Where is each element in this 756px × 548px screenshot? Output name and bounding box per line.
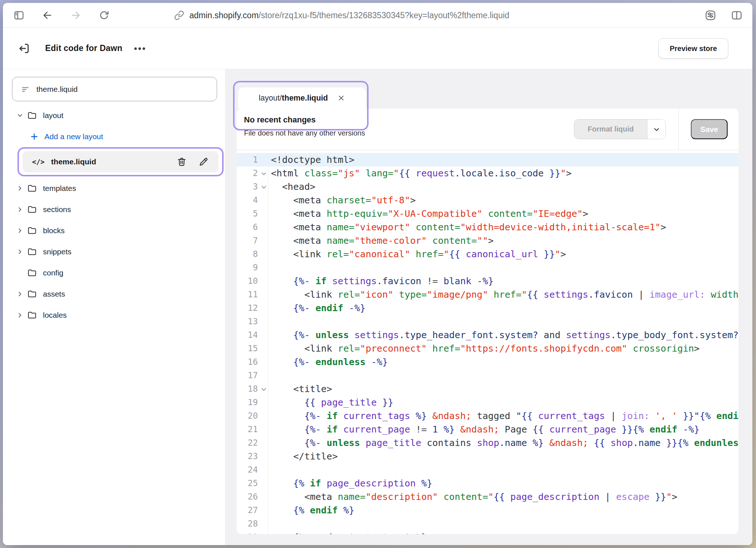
editor-header: No recent changes File does not have any… (237, 109, 739, 150)
pencil-icon[interactable] (198, 156, 209, 167)
line-number: 6 (237, 220, 268, 234)
more-actions-button[interactable]: ••• (134, 43, 146, 54)
back-icon[interactable] (42, 9, 53, 21)
code-line[interactable]: 3 <head> (237, 180, 739, 193)
folder-label: assets (43, 290, 65, 298)
folder-label: blocks (43, 226, 65, 235)
sidebar-item-blocks[interactable]: blocks (3, 220, 225, 241)
file-search[interactable] (12, 77, 217, 101)
fold-chevron-icon[interactable] (261, 184, 266, 189)
code-line[interactable]: 9 (237, 261, 739, 274)
folder-icon (27, 110, 37, 121)
chevron-right-icon[interactable] (16, 184, 27, 192)
tab-layout-theme-liquid[interactable]: layout/theme.liquid (238, 87, 366, 109)
code-line-text (268, 463, 271, 477)
line-number: 2 (237, 167, 268, 180)
trash-icon[interactable] (176, 156, 187, 167)
sidebar-item-sections[interactable]: sections (3, 199, 225, 220)
code-line[interactable]: 17 (237, 369, 739, 382)
code-line[interactable]: 6 <meta name="viewport" content="width=d… (237, 220, 739, 234)
code-line[interactable]: 29 {% render 'meta-tags' %} (237, 531, 739, 534)
code-line[interactable]: 2<html class="js" lang="{{ request.local… (237, 167, 739, 180)
format-liquid-button[interactable]: Format liquid (574, 119, 666, 139)
line-number: 11 (237, 288, 268, 301)
link-icon (174, 10, 184, 20)
search-input[interactable] (36, 85, 193, 94)
header-divider (678, 109, 679, 150)
line-number: 3 (237, 180, 268, 193)
page-settings-icon[interactable] (704, 9, 717, 21)
code-line[interactable]: 22 {%- unless page_title contains shop.n… (237, 436, 739, 450)
sidebar-item-locales[interactable]: locales (3, 305, 225, 326)
code-line-text: <meta http-equiv="X-UA-Compatible" conte… (268, 207, 588, 220)
tab-strip: layout/theme.liquid (237, 69, 752, 109)
split-view-icon[interactable] (731, 9, 743, 21)
code-line-text: <html class="js" lang="{{ request.locale… (268, 167, 572, 180)
code-line[interactable]: 5 <meta http-equiv="X-UA-Compatible" con… (237, 207, 739, 220)
line-number: 17 (237, 369, 268, 382)
add-new-layout-button[interactable]: Add a new layout (3, 126, 225, 147)
preview-store-button[interactable]: Preview store (658, 38, 728, 59)
code-line[interactable]: 20 {%- if current_tags %} &ndash; tagged… (237, 409, 739, 423)
format-options-toggle[interactable] (647, 120, 665, 139)
line-number: 25 (237, 477, 268, 490)
code-line[interactable]: 25 {% if page_description %} (237, 477, 739, 490)
chevron-right-icon[interactable] (16, 311, 27, 319)
code-line[interactable]: 18 <title> (237, 382, 739, 396)
line-number: 22 (237, 436, 268, 450)
code-line[interactable]: 1<!doctype html> (237, 153, 739, 167)
fold-chevron-icon[interactable] (261, 171, 266, 175)
code-line[interactable]: 26 <meta name="description" content="{{ … (237, 490, 739, 504)
code-line[interactable]: 13 (237, 315, 739, 328)
sidebar-item-snippets[interactable]: snippets (3, 241, 225, 262)
format-liquid-label[interactable]: Format liquid (574, 120, 647, 139)
folder-label: sections (43, 205, 71, 214)
url-text: admin.shopify.com/store/rzq1xu-f5/themes… (189, 11, 509, 20)
sidebar-toggle-icon[interactable] (13, 9, 25, 21)
code-line[interactable]: 7 <meta name="theme-color" content=""> (237, 234, 739, 247)
browser-toolbar: admin.shopify.com/store/rzq1xu-f5/themes… (3, 3, 752, 28)
folder-icon (27, 226, 37, 236)
code-line[interactable]: 23 </title> (237, 450, 739, 463)
line-number: 26 (237, 490, 268, 504)
code-line[interactable]: 24 (237, 463, 739, 477)
sidebar-item-layout[interactable]: layout (3, 105, 225, 126)
code-line[interactable]: 16 {%- endunless -%} (237, 355, 739, 369)
chevron-right-icon[interactable] (16, 248, 27, 256)
line-number: 1 (237, 153, 268, 167)
sidebar-file-theme-liquid[interactable]: </>theme.liquid (23, 151, 218, 172)
code-line[interactable]: 10 {%- if settings.favicon != blank -%} (237, 274, 739, 288)
code-line[interactable]: 4 <meta charset="utf-8"> (237, 193, 739, 207)
sidebar-item-templates[interactable]: templates (3, 178, 225, 199)
forward-icon[interactable] (70, 9, 82, 21)
code-editor[interactable]: 1<!doctype html>2<html class="js" lang="… (237, 150, 739, 534)
url-domain: admin.shopify.com (189, 11, 259, 20)
chevron-right-icon[interactable] (16, 290, 27, 298)
close-icon[interactable] (337, 94, 345, 102)
chevron-down-icon[interactable] (16, 111, 27, 120)
code-line-text: <head> (268, 180, 315, 193)
chevron-right-icon[interactable] (16, 206, 27, 214)
code-line-text: </title> (268, 450, 338, 463)
exit-icon[interactable] (17, 42, 31, 55)
code-line[interactable]: 12 {%- endif -%} (237, 301, 739, 315)
code-line[interactable]: 15 <link rel="preconnect" href="https://… (237, 342, 739, 355)
code-line[interactable]: 21 {%- if current_page != 1 %} &ndash; P… (237, 423, 739, 436)
code-line[interactable]: 8 <link rel="canonical" href="{{ canonic… (237, 247, 739, 261)
save-button[interactable]: Save (691, 119, 728, 139)
fold-chevron-icon[interactable] (261, 386, 266, 391)
code-line[interactable]: 27 {% endif %} (237, 504, 739, 517)
line-number: 9 (237, 261, 268, 274)
code-line[interactable]: 11 <link rel="icon" type="image/png" hre… (237, 288, 739, 301)
code-line[interactable]: 19 {{ page_title }} (237, 396, 739, 409)
code-line-text: <meta charset="utf-8"> (268, 193, 416, 207)
sidebar-item-assets[interactable]: assets (3, 283, 225, 305)
code-line-text: <!doctype html> (268, 153, 354, 167)
folder-label: snippets (43, 247, 71, 256)
address-bar[interactable]: admin.shopify.com/store/rzq1xu-f5/themes… (174, 3, 509, 28)
code-line[interactable]: 28 (237, 517, 739, 531)
code-line[interactable]: 14 {%- unless settings.type_header_font.… (237, 328, 739, 342)
chevron-right-icon[interactable] (16, 227, 27, 235)
sidebar-item-config[interactable]: config (3, 262, 225, 283)
reload-icon[interactable] (98, 9, 110, 21)
